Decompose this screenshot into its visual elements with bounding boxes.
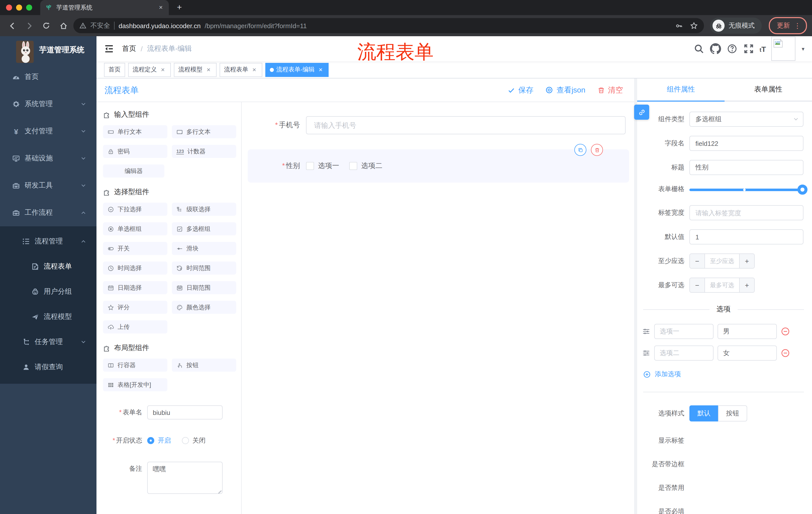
reload-icon[interactable] bbox=[39, 19, 53, 33]
comp-date-range[interactable]: 日期范围 bbox=[172, 281, 236, 294]
new-tab-button[interactable]: + bbox=[173, 1, 186, 14]
form-canvas[interactable]: *手机号 *性别 选项一 bbox=[242, 102, 634, 514]
canvas-field-gender-selected[interactable]: *性别 选项一 选项二 bbox=[248, 150, 629, 183]
comp-select[interactable]: 下拉选择 bbox=[103, 203, 167, 216]
field-name-input[interactable] bbox=[689, 136, 804, 151]
drag-handle-icon[interactable] bbox=[642, 349, 650, 357]
gender-option1-checkbox[interactable] bbox=[306, 162, 314, 170]
sidebar-item-home[interactable]: 首页 bbox=[0, 63, 96, 90]
window-minimize-button[interactable] bbox=[16, 4, 22, 10]
sidebar-item-devtools[interactable]: 研发工具 bbox=[0, 172, 96, 199]
clear-button[interactable]: 清空 bbox=[598, 85, 623, 95]
window-zoom-button[interactable] bbox=[26, 4, 32, 10]
label-width-input[interactable] bbox=[689, 205, 804, 220]
comp-cascader[interactable]: 级联选择 bbox=[172, 203, 236, 216]
comp-time-range[interactable]: 时间范围 bbox=[172, 262, 236, 275]
sidebar-logo[interactable]: 芋道管理系统 bbox=[0, 36, 96, 63]
tab-close-icon[interactable]: × bbox=[157, 3, 165, 11]
status-off-radio[interactable]: 关闭 bbox=[182, 436, 205, 445]
status-on-radio[interactable]: 开启 bbox=[147, 436, 171, 445]
search-icon[interactable] bbox=[693, 43, 704, 54]
comp-button[interactable]: 按钮 bbox=[172, 359, 236, 372]
remove-option-icon[interactable] bbox=[781, 327, 790, 336]
sidebar-item-payment[interactable]: ¥ 支付管理 bbox=[0, 118, 96, 145]
address-bar[interactable]: 不安全 dashboard.yudao.iocoder.cn /bpm/mana… bbox=[74, 18, 704, 33]
browser-tab[interactable]: 芋道管理系统 × bbox=[40, 0, 169, 15]
help-icon[interactable] bbox=[726, 43, 737, 54]
tag-home[interactable]: 首页 bbox=[104, 63, 125, 77]
form-name-input[interactable] bbox=[147, 405, 223, 420]
component-type-select[interactable]: 多选框组 bbox=[689, 112, 804, 127]
sidebar-item-process-mgmt[interactable]: 流程管理 bbox=[0, 229, 96, 254]
tag-process-form-edit[interactable]: 流程表单-编辑× bbox=[265, 63, 329, 77]
comp-checkbox-group[interactable]: 多选框组 bbox=[172, 222, 236, 235]
view-json-button[interactable]: 查看json bbox=[546, 85, 585, 95]
gender-option2-checkbox[interactable] bbox=[349, 162, 357, 170]
option2-value-input[interactable] bbox=[718, 346, 777, 360]
tag-process-definition[interactable]: 流程定义× bbox=[128, 63, 171, 77]
window-controls[interactable] bbox=[6, 4, 32, 10]
min-select-input[interactable] bbox=[705, 254, 739, 268]
comp-table[interactable]: 表格[开发中] bbox=[103, 378, 167, 391]
form-grid-slider[interactable] bbox=[689, 185, 804, 194]
avatar[interactable] bbox=[772, 37, 796, 61]
stepper-plus-button[interactable]: + bbox=[739, 278, 754, 292]
canvas-field-phone[interactable]: *手机号 bbox=[248, 116, 629, 134]
save-button[interactable]: 保存 bbox=[508, 85, 533, 95]
phone-input[interactable] bbox=[306, 116, 626, 134]
gender-option1-label[interactable]: 选项一 bbox=[318, 161, 339, 170]
browser-update-button[interactable]: 更新 ⋮ bbox=[769, 17, 807, 34]
sidebar-item-user-group[interactable]: 用户分组 bbox=[0, 279, 96, 304]
tag-process-model[interactable]: 流程模型× bbox=[174, 63, 216, 77]
comp-radio-group[interactable]: 单选框组 bbox=[103, 222, 167, 235]
sidebar-item-infra[interactable]: 基础设施 bbox=[0, 145, 96, 172]
comp-single-line-text[interactable]: 单行文本 bbox=[103, 125, 167, 138]
option1-value-input[interactable] bbox=[718, 324, 777, 339]
remove-option-icon[interactable] bbox=[781, 349, 790, 358]
max-select-input[interactable] bbox=[705, 278, 739, 292]
style-button-button[interactable]: 按钮 bbox=[718, 405, 747, 422]
tag-close-icon[interactable]: × bbox=[317, 66, 324, 74]
comp-rate[interactable]: 评分 bbox=[103, 301, 167, 314]
password-key-icon[interactable] bbox=[675, 22, 683, 29]
home-icon[interactable] bbox=[56, 19, 70, 33]
stepper-plus-button[interactable]: + bbox=[739, 254, 754, 268]
tab-form-props[interactable]: 表单属性 bbox=[725, 78, 812, 101]
sidebar-item-task-mgmt[interactable]: 任务管理 bbox=[0, 329, 96, 355]
fullscreen-icon[interactable] bbox=[743, 43, 754, 54]
drag-handle-icon[interactable] bbox=[642, 327, 650, 335]
comp-date-picker[interactable]: 日期选择 bbox=[103, 281, 167, 294]
comp-color-picker[interactable]: 颜色选择 bbox=[172, 301, 236, 314]
stepper-minus-button[interactable]: − bbox=[690, 278, 705, 292]
default-value-input[interactable] bbox=[689, 229, 804, 244]
sidebar-item-leave-query[interactable]: 请假查询 bbox=[0, 355, 96, 380]
bookmark-star-icon[interactable] bbox=[690, 22, 698, 30]
gender-option2-label[interactable]: 选项二 bbox=[361, 161, 382, 170]
comp-editor[interactable]: 编辑器 bbox=[103, 164, 164, 178]
github-icon[interactable] bbox=[710, 43, 721, 54]
form-remark-textarea[interactable]: 嘿嘿 bbox=[147, 462, 223, 494]
option2-label-input[interactable] bbox=[654, 346, 714, 360]
sidebar-item-workflow[interactable]: 工作流程 bbox=[0, 199, 96, 226]
tag-close-icon[interactable]: × bbox=[159, 66, 166, 74]
style-default-button[interactable]: 默认 bbox=[689, 405, 718, 422]
title-input[interactable] bbox=[689, 160, 804, 175]
forward-icon[interactable] bbox=[22, 19, 36, 33]
tab-component-props[interactable]: 组件属性 bbox=[637, 78, 725, 101]
delete-component-button[interactable] bbox=[591, 144, 603, 156]
browser-menu-icon[interactable]: ⋮ bbox=[794, 22, 801, 30]
comp-upload[interactable]: 上传 bbox=[103, 320, 167, 333]
slider-thumb[interactable] bbox=[798, 185, 808, 195]
breadcrumb-home[interactable]: 首页 bbox=[122, 44, 136, 53]
slider-track[interactable] bbox=[689, 189, 804, 191]
window-close-button[interactable] bbox=[6, 4, 12, 10]
stepper-minus-button[interactable]: − bbox=[690, 254, 705, 268]
sidebar-item-system[interactable]: 系统管理 bbox=[0, 90, 96, 118]
sidebar-item-process-form[interactable]: 流程表单 bbox=[0, 254, 96, 279]
option1-label-input[interactable] bbox=[654, 324, 714, 339]
add-option-button[interactable]: 添加选项 bbox=[643, 370, 812, 379]
copy-component-button[interactable] bbox=[574, 144, 586, 156]
comp-switch[interactable]: 开关 bbox=[103, 242, 167, 255]
comp-time-picker[interactable]: 时间选择 bbox=[103, 262, 167, 275]
comp-password[interactable]: 密码 bbox=[103, 145, 167, 158]
